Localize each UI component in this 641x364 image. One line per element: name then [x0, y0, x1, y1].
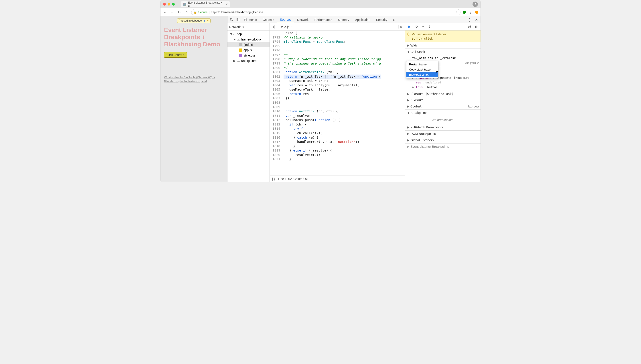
resume-button[interactable] [406, 24, 413, 30]
tree-file-stylecss[interactable]: style.css [228, 53, 270, 58]
reload-button[interactable]: ⟳ [177, 10, 182, 15]
section-scope-closure2[interactable]: ▶Closure [405, 97, 480, 103]
section-callstack[interactable]: ▼Call Stack [405, 49, 480, 55]
tab-sources[interactable]: Sources [277, 16, 294, 23]
section-scope-closure1[interactable]: ▶Closure (withMacroTask) [405, 91, 480, 97]
home-button[interactable]: ⌂ [184, 10, 189, 15]
scope-this[interactable]: ▶ this: button [406, 85, 479, 90]
url-protocol: https:// [211, 10, 220, 14]
section-event-listener-breakpoints[interactable]: ▶Event Listener Breakpoints [405, 144, 480, 150]
close-tab-icon[interactable]: × [226, 2, 228, 6]
window-icon: ▭ [233, 32, 236, 36]
tree-top[interactable]: ▼ ▭ top [228, 31, 270, 37]
maximize-window-button[interactable] [172, 3, 175, 6]
tab-application[interactable]: Application [352, 17, 373, 23]
editor-nav-back-icon[interactable]: ◀▏ [271, 25, 277, 28]
info-icon: ⓘ [407, 32, 410, 36]
bookmark-star-icon[interactable]: ☆ [456, 10, 458, 14]
navbar: ← → ⟳ ⌂ 🔒 Secure | https://framework-bla… [160, 8, 480, 16]
document-icon [239, 43, 242, 46]
navigator-panel: Network » ⋮ ▼ ▭ top ▼ ☁ framewo [228, 23, 270, 182]
step-over-button[interactable] [413, 24, 419, 30]
favicon-icon [183, 3, 186, 6]
resume-icon[interactable]: ▶ [204, 19, 206, 22]
close-window-button[interactable] [163, 3, 166, 6]
svg-point-5 [416, 27, 417, 28]
svg-rect-4 [411, 26, 411, 28]
ctx-blackbox-script[interactable]: Blackbox script [406, 72, 438, 77]
navigator-tab[interactable]: Network [229, 25, 240, 29]
ctx-restart-frame[interactable]: Restart frame [406, 62, 438, 67]
navigator-more-icon[interactable]: ⋮ [265, 25, 268, 29]
scope-res[interactable]: res: undefined [406, 80, 479, 85]
close-file-icon[interactable]: × [291, 25, 292, 29]
brackets-icon[interactable]: { } [272, 177, 275, 181]
back-button[interactable]: ← [163, 10, 168, 15]
editor-statusbar: { } Line 1802, Column 51 [270, 176, 405, 182]
menu-button[interactable]: ⋮ [468, 10, 473, 15]
tree-file-index[interactable]: (index) [228, 42, 270, 48]
section-watch[interactable]: ▶Watch [405, 42, 480, 48]
page-article-link[interactable]: What's New In DevTools (Chrome 66) > Bla… [164, 76, 224, 84]
url-host: framework-blackboxing.glitch.me [221, 10, 263, 14]
tab-network[interactable]: Network [294, 17, 311, 23]
step-into-button[interactable] [420, 24, 426, 30]
section-xhr-breakpoints[interactable]: ▶XHR/fetch Breakpoints [405, 124, 480, 130]
tab-elements[interactable]: Elements [241, 17, 260, 23]
debugger-sidebar: ⓘ Paused on event listener BUTTON.click … [405, 23, 480, 182]
tab-memory[interactable]: Memory [336, 17, 352, 23]
tab-title: Event Listener Breakpoints + B [188, 1, 224, 7]
editor-file-tab[interactable]: vue.js × [279, 24, 294, 29]
tab-security[interactable]: Security [374, 17, 390, 23]
tree-domain-1[interactable]: ▼ ☁ framework-bla [228, 37, 270, 42]
page-heading: Event Listener Breakpoints + Blackboxing… [164, 26, 224, 48]
pause-on-exceptions-button[interactable] [473, 24, 479, 30]
section-global-listeners[interactable]: ▶Global Listeners [405, 137, 480, 143]
tab-performance[interactable]: Performance [312, 17, 335, 23]
navigator-overflow-icon[interactable]: » [242, 25, 244, 29]
tree-label: style.css [244, 54, 256, 57]
click-count-button[interactable]: Click Count: 5 [164, 52, 187, 58]
deactivate-breakpoints-button[interactable] [466, 24, 472, 30]
chevron-right-icon: ▶ [233, 59, 236, 62]
step-out-button[interactable] [426, 24, 433, 30]
tabs-overflow-icon[interactable]: » [390, 17, 398, 23]
file-tree: ▼ ▭ top ▼ ☁ framework-bla (index) [228, 30, 270, 182]
lock-icon: 🔒 [194, 11, 197, 14]
code-editor[interactable]: 1793 1794 1795 1796 1797 1798 1799 1800 … [270, 30, 405, 176]
step-icon[interactable]: ⤳ [207, 19, 209, 22]
section-breakpoints[interactable]: ▼Breakpoints [405, 110, 480, 116]
page-viewport: Paused in debugger ▶ ⤳ Event Listener Br… [160, 16, 227, 182]
svg-point-7 [429, 25, 430, 26]
pause-banner: ⓘ Paused on event listener BUTTON.click [405, 30, 480, 42]
devtools-panel: Elements Console Sources Network Perform… [227, 16, 480, 182]
devtools-menu-icon[interactable]: ⋮ [466, 17, 473, 22]
notification-icon[interactable] [475, 11, 478, 14]
profile-avatar[interactable] [472, 2, 478, 7]
section-scope-global[interactable]: ▶Global Window [405, 103, 480, 110]
stack-frame[interactable]: ➔ fn._withTask.fn._withTask [406, 56, 479, 60]
minimize-window-button[interactable] [168, 3, 170, 6]
editor-panel: ◀▏ vue.js × ▏▶ 1793 1794 1795 1796 1797 … [270, 23, 405, 182]
tree-domain-2[interactable]: ▶ ☁ unpkg.com [228, 58, 270, 64]
svg-point-0 [475, 3, 476, 4]
pause-reason: Paused on event listener [412, 32, 446, 36]
extension-icon-1[interactable] [463, 11, 466, 14]
context-menu: Restart frame Copy stack trace Blackbox … [406, 61, 438, 78]
tree-file-appjs[interactable]: app.js [228, 48, 270, 53]
svg-rect-11 [476, 26, 477, 28]
tab-console[interactable]: Console [260, 17, 277, 23]
devtools-close-icon[interactable]: ✕ [474, 18, 479, 22]
device-toolbar-icon[interactable] [235, 17, 241, 23]
editor-nav-forward-icon[interactable]: ▏▶ [397, 25, 404, 28]
stack-frame-location[interactable]: vue.js:1802 [465, 62, 479, 64]
browser-tab[interactable]: Event Listener Breakpoints + B × [181, 1, 230, 7]
stack-frame-name: fn._withTask.fn._withTask [412, 56, 456, 60]
forward-button[interactable]: → [170, 10, 175, 15]
inspect-element-icon[interactable] [229, 17, 234, 23]
tree-label: framework-bla [241, 38, 261, 41]
ctx-copy-stack-trace[interactable]: Copy stack trace [406, 67, 438, 72]
editor-filename: vue.js [281, 25, 289, 29]
address-bar[interactable]: 🔒 Secure | https://framework-blackboxing… [191, 9, 460, 15]
section-dom-breakpoints[interactable]: ▶DOM Breakpoints [405, 130, 480, 137]
